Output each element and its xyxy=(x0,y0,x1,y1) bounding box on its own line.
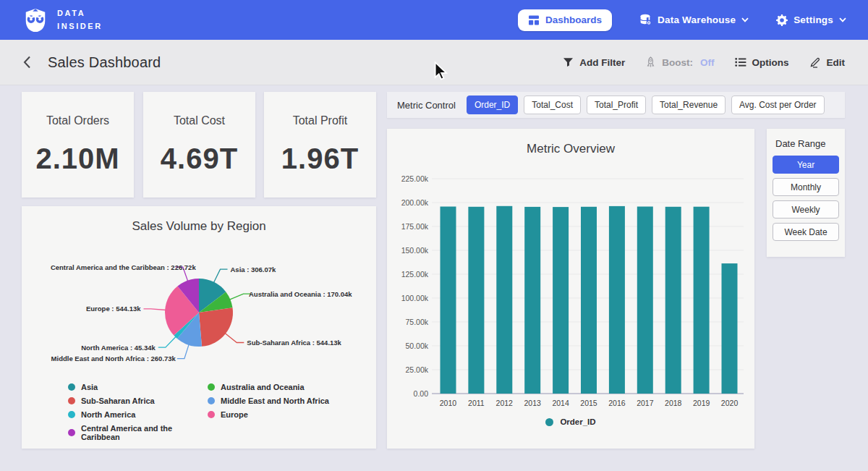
pie-callout-label-north-america: North America : 45.34k xyxy=(81,344,156,352)
date-range-button-monthly[interactable]: Monthly xyxy=(773,178,839,196)
chevron-down-icon xyxy=(839,17,846,22)
kpi-label: Total Cost xyxy=(174,114,225,127)
bar-2019[interactable] xyxy=(694,207,710,394)
x-axis-tick-label: 2020 xyxy=(721,399,739,407)
metric-button-order-id[interactable]: Order_ID xyxy=(467,96,518,114)
pie-callout-line xyxy=(177,344,189,359)
legend-dot xyxy=(68,383,75,391)
owl-logo-icon xyxy=(22,7,49,33)
metric-control-label: Metric Control xyxy=(397,100,456,111)
kpi-label: Total Orders xyxy=(46,114,109,127)
pencil-icon xyxy=(809,56,821,68)
legend-dot xyxy=(68,411,75,418)
legend-dot xyxy=(545,418,553,426)
metric-control-bar: Metric Control Order_ID Total_Cost Total… xyxy=(387,92,845,118)
legend-dot xyxy=(208,383,215,391)
legend-item[interactable]: Asia xyxy=(68,383,208,391)
kpi-label: Total Profit xyxy=(293,114,348,127)
y-axis-tick-label: 100.00k xyxy=(401,294,429,302)
bar-2018[interactable] xyxy=(665,207,681,394)
legend-item[interactable]: Europe xyxy=(208,410,352,419)
x-axis-tick-label: 2012 xyxy=(496,399,514,407)
x-axis-tick-label: 2013 xyxy=(524,399,542,407)
kpi-card-total-profit: Total Profit 1.96T xyxy=(264,92,376,198)
boost-label: Boost: xyxy=(662,57,693,68)
y-axis-tick-label: 75.00k xyxy=(405,318,428,326)
legend-dot xyxy=(68,397,75,404)
boost-toggle[interactable]: Boost:Off xyxy=(645,56,714,68)
dashboards-label: Dashboards xyxy=(545,14,602,25)
metric-overview-panel: Metric Overview 0.0025.00k50.00k75.00k10… xyxy=(387,129,754,449)
bar-2012[interactable] xyxy=(496,206,512,394)
date-range-label: Date Range xyxy=(773,138,839,149)
chevron-left-icon xyxy=(23,56,31,69)
settings-label: Settings xyxy=(793,14,833,25)
x-axis-tick-label: 2014 xyxy=(552,399,569,407)
legend-label: Order_ID xyxy=(560,417,595,426)
brand[interactable]: DATA INSIDER xyxy=(22,7,103,33)
bar-2015[interactable] xyxy=(581,207,597,394)
pie-callout-line xyxy=(229,294,250,300)
add-filter-button[interactable]: Add Filter xyxy=(563,57,625,68)
database-icon xyxy=(639,14,652,26)
bar-2010[interactable] xyxy=(441,207,456,394)
date-range-button-year[interactable]: Year xyxy=(773,156,839,174)
pie-callout-label-asia: Asia : 306.07k xyxy=(231,266,277,273)
x-axis-tick-label: 2018 xyxy=(665,399,682,407)
options-button[interactable]: Options xyxy=(735,57,789,68)
x-axis-tick-label: 2015 xyxy=(580,399,597,407)
metric-button-total-cost[interactable]: Total_Cost xyxy=(524,96,581,114)
edit-button[interactable]: Edit xyxy=(809,56,846,68)
bar-2011[interactable] xyxy=(468,207,484,394)
data-warehouse-menu[interactable]: Data Warehouse xyxy=(639,14,749,26)
legend-item[interactable]: Sub-Saharan Africa xyxy=(68,396,208,405)
filter-funnel-icon xyxy=(563,57,574,67)
metric-button-total-profit[interactable]: Total_Profit xyxy=(587,96,646,114)
pie-callout-line xyxy=(144,309,166,310)
y-axis-tick-label: 0.00 xyxy=(414,389,429,398)
data-warehouse-label: Data Warehouse xyxy=(658,14,736,25)
kpi-value: 2.10M xyxy=(35,143,119,175)
page-title: Sales Dashboard xyxy=(48,54,161,71)
x-axis-tick-label: 2016 xyxy=(608,399,626,407)
legend-item[interactable]: Australia and Oceania xyxy=(208,383,352,391)
y-axis-tick-label: 225.00k xyxy=(401,174,429,183)
brand-text: DATA INSIDER xyxy=(57,7,103,32)
nav-menu: Dashboards Data Warehouse Settings xyxy=(518,9,846,31)
legend-dot xyxy=(68,429,75,436)
legend-item[interactable]: Middle East and North Africa xyxy=(208,396,352,405)
boost-state: Off xyxy=(700,57,715,68)
bar-chart: 0.0025.00k50.00k75.00k100.00k125.00k150.… xyxy=(387,129,754,449)
legend-dot xyxy=(208,411,215,418)
pie-legend: Asia Australia and Oceania Sub-Saharan A… xyxy=(68,383,352,441)
legend-item[interactable]: North America xyxy=(68,410,208,419)
y-axis-tick-label: 25.00k xyxy=(405,365,428,374)
bar-2013[interactable] xyxy=(524,207,540,394)
x-axis-tick-label: 2019 xyxy=(693,399,710,407)
metric-button-avg-cost-per-order[interactable]: Avg. Cost per Order xyxy=(731,96,825,114)
kpi-card-total-orders: Total Orders 2.10M xyxy=(22,92,134,198)
legend-item[interactable]: Central America and the Caribbean xyxy=(68,424,208,441)
gear-icon xyxy=(776,14,788,26)
settings-menu[interactable]: Settings xyxy=(776,14,846,26)
y-axis-tick-label: 125.00k xyxy=(401,270,429,279)
metric-button-total-revenue[interactable]: Total_Revenue xyxy=(652,96,726,114)
pie-callout-label-middle-east-and-north-africa: Middle East and North Africa : 260.73k xyxy=(51,355,176,362)
bar-2014[interactable] xyxy=(553,207,569,394)
pie-callout-label-australia-and-oceania: Australia and Oceania : 170.04k xyxy=(249,290,352,298)
dashboards-button[interactable]: Dashboards xyxy=(518,9,612,31)
back-button[interactable] xyxy=(23,56,31,69)
bar-2016[interactable] xyxy=(609,206,625,394)
date-range-button-week-date[interactable]: Week Date xyxy=(773,223,839,241)
pie-callout-label-europe: Europe : 544.13k xyxy=(86,305,141,313)
bar-chart-legend[interactable]: Order_ID xyxy=(387,417,754,426)
date-range-button-weekly[interactable]: Weekly xyxy=(773,200,839,218)
x-axis-tick-label: 2010 xyxy=(440,399,457,407)
bar-2017[interactable] xyxy=(637,207,653,394)
y-axis-tick-label: 150.00k xyxy=(401,246,429,255)
sales-volume-by-region-panel: Sales Volume by Region Asia : 306.07kAus… xyxy=(22,206,376,449)
pie-callout-line xyxy=(213,269,227,283)
bar-2020[interactable] xyxy=(722,263,738,394)
legend-dot xyxy=(208,397,215,404)
pie-slice-sub-saharan-africa[interactable] xyxy=(199,307,233,347)
